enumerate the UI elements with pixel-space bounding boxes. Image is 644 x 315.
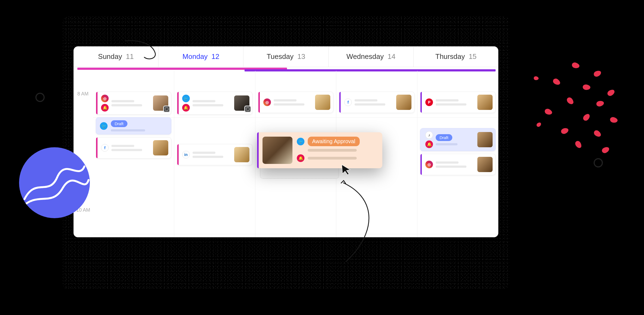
time-gutter: 8 AM 10 AM [74,71,93,237]
decorative-arrow [335,180,395,267]
pinterest-icon: P [425,98,433,106]
day-column-sunday[interactable]: ◎🔔 🐦 Draft f [93,71,174,237]
cursor-icon [340,164,352,175]
facebook-icon: f [101,144,109,152]
day-header-monday[interactable]: Monday12 [158,46,243,67]
day-name: Tuesday [267,52,294,61]
twitter-icon: 🐦 [182,95,190,102]
accent-bar [420,92,422,113]
day-name: Thursday [435,52,465,61]
day-number: 15 [469,52,477,61]
post-card-draft[interactable]: ♪🔔 Draft [420,128,496,151]
decorative-squiggle [123,38,169,63]
instagram-icon: ◎ [263,98,271,106]
decorative-blob [19,147,90,218]
instagram-icon: ◎ [425,161,433,168]
bell-icon: 🔔 [297,154,304,162]
accent-bar [177,92,179,114]
post-thumbnail [153,95,168,111]
post-thumbnail [396,95,411,110]
twitter-icon: 🐦 [297,138,304,145]
stack-icon [245,106,251,112]
post-thumbnail [315,95,330,110]
stack-icon [163,106,170,112]
day-number: 14 [387,52,395,61]
post-card[interactable]: ◎🔔 [96,92,171,115]
facebook-icon: f [344,98,352,106]
post-thumbnail [234,95,249,111]
day-column-thursday[interactable]: P ♪🔔 Draft ◎ [417,71,498,237]
time-label-8am: 8 AM [77,91,88,97]
day-name: Monday [182,52,208,61]
post-card[interactable]: 🐦🔔 [177,92,252,115]
day-number: 12 [212,52,219,61]
decorative-confetti [512,60,629,164]
campaign-bars [74,67,498,71]
accent-bar [420,154,422,175]
accent-bar [177,144,179,165]
accent-bar [96,137,97,158]
status-badge: Draft [111,120,127,127]
accent-bar [258,92,260,113]
post-thumbnail [477,95,493,110]
post-card[interactable]: f [96,137,171,158]
day-name: Wednesday [346,52,384,61]
status-badge: Awaiting Approval [308,137,360,146]
bell-icon: 🔔 [182,104,190,112]
accent-bar [96,92,97,114]
accent-bar [257,132,259,168]
instagram-icon: ◎ [101,95,109,102]
post-card[interactable]: f [339,92,414,113]
post-card[interactable]: ◎ [420,154,496,175]
post-thumbnail [477,157,493,172]
linkedin-icon: in [182,151,190,158]
day-name: Sunday [98,52,122,61]
post-card[interactable]: P [420,92,496,113]
day-header-thursday[interactable]: Thursday15 [414,46,498,67]
day-header-wednesday[interactable]: Wednesday14 [329,46,414,67]
day-number: 13 [297,52,305,61]
post-thumbnail [153,140,168,155]
post-thumbnail [234,147,249,162]
post-thumbnail [263,137,292,164]
decorative-circle [35,93,45,102]
post-card[interactable]: in [177,144,252,165]
day-column-monday[interactable]: 🐦🔔 in [174,71,255,237]
accent-bar [339,92,341,113]
post-card-draft[interactable]: 🐦 Draft [96,117,171,134]
status-badge: Draft [436,134,452,141]
tiktok-icon: ♪ [425,131,433,139]
post-card[interactable]: ◎ [258,92,334,113]
dragging-post-card[interactable]: 🐦 Awaiting Approval 🔔 [257,132,382,168]
day-header-tuesday[interactable]: Tuesday13 [243,46,328,67]
bell-icon: 🔔 [101,104,109,112]
twitter-icon: 🐦 [100,122,108,130]
bell-icon: 🔔 [425,140,433,148]
post-thumbnail [477,132,493,147]
